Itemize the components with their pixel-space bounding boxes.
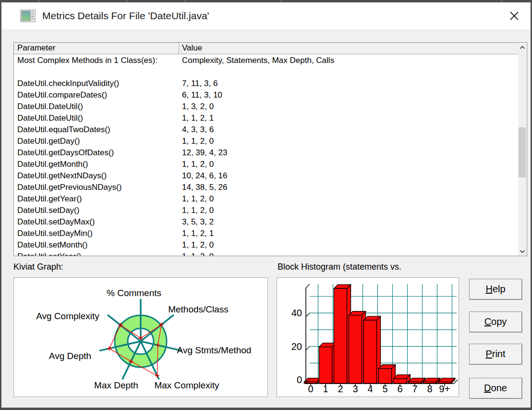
app-icon bbox=[20, 9, 36, 23]
kiviat-radar-chart: % CommentsMethods/ClassAvg Stmts/MethodM… bbox=[14, 278, 267, 397]
table-row: DateUtil.DateUtil()1, 3, 2, 0 bbox=[14, 101, 519, 112]
y-axis-tick-label: 20 bbox=[291, 341, 302, 352]
scroll-up-button[interactable] bbox=[518, 43, 526, 51]
list-header: Parameter Value bbox=[14, 43, 519, 54]
parameter-cell: DateUtil.getNextNDays() bbox=[17, 170, 107, 182]
table-row: DateUtil.equalTwoDates()4, 3, 3, 6 bbox=[14, 124, 519, 136]
value-cell: 1, 1, 2, 0 bbox=[182, 136, 214, 147]
y-axis-tick-label: 0 bbox=[297, 374, 302, 385]
x-axis-tick-label: 5 bbox=[382, 384, 387, 394]
parameter-cell: DateUtil.getYear() bbox=[17, 193, 82, 205]
done-button[interactable]: Done bbox=[469, 378, 522, 398]
scrollbar-thumb[interactable] bbox=[519, 127, 526, 177]
chevron-up-icon bbox=[520, 46, 525, 50]
x-axis-tick-label: 2 bbox=[338, 384, 343, 394]
table-row bbox=[14, 66, 519, 78]
table-row: DateUtil.getDaysOfDates()12, 39, 4, 23 bbox=[14, 147, 519, 159]
parameter-cell: DateUtil.getDaysOfDates() bbox=[17, 147, 114, 159]
help-button[interactable]: Help bbox=[469, 279, 522, 299]
kiviat-graph-label: Kiviat Graph: bbox=[13, 262, 63, 272]
table-row: DateUtil.setDay()1, 1, 2, 0 bbox=[14, 205, 519, 216]
close-icon bbox=[509, 11, 520, 21]
value-cell: 14, 38, 5, 26 bbox=[182, 182, 228, 193]
kiviat-axis-label: Avg Depth bbox=[49, 351, 91, 361]
value-cell: 12, 39, 4, 23 bbox=[182, 147, 228, 159]
metrics-details-dialog: Metrics Details For File 'DateUtil.java'… bbox=[1, 2, 531, 408]
x-axis-tick-label: 8 bbox=[427, 384, 432, 394]
table-row: DateUtil.getPreviousNDays()14, 38, 5, 26 bbox=[14, 182, 519, 193]
table-row: DateUtil.setYear()1, 1, 2, 0 bbox=[14, 251, 519, 256]
value-cell: 6, 11, 3, 10 bbox=[182, 89, 222, 101]
parameter-cell: DateUtil.DateUtil() bbox=[17, 112, 83, 124]
value-cell: 1, 1, 2, 1 bbox=[182, 112, 214, 124]
column-divider[interactable] bbox=[179, 43, 179, 54]
kiviat-axis-label: Max Depth bbox=[94, 380, 138, 390]
vertical-scrollbar[interactable] bbox=[518, 43, 526, 255]
value-cell: 1, 1, 2, 0 bbox=[182, 159, 214, 170]
parameter-cell: DateUtil.DateUtil() bbox=[17, 101, 83, 112]
x-axis-tick-label: 1 bbox=[323, 384, 328, 394]
parameter-cell: DateUtil.setDayMax() bbox=[17, 216, 95, 228]
chevron-down-icon bbox=[520, 249, 525, 253]
x-axis-tick-label: 7 bbox=[412, 384, 417, 394]
table-row: DateUtil.setDayMin()1, 1, 2, 1 bbox=[14, 228, 519, 239]
parameter-cell: DateUtil.getPreviousNDays() bbox=[17, 182, 121, 193]
table-row: DateUtil.getMonth()1, 1, 2, 0 bbox=[14, 159, 519, 170]
y-axis-tick-label: 40 bbox=[291, 308, 302, 318]
table-row: DateUtil.setDayMax()3, 5, 3, 2 bbox=[14, 216, 519, 228]
column-header-parameter: Parameter bbox=[17, 43, 55, 53]
value-cell: 1, 1, 2, 0 bbox=[182, 193, 214, 205]
value-cell: 1, 1, 2, 0 bbox=[182, 205, 214, 216]
parameter-cell: DateUtil.setMonth() bbox=[17, 239, 87, 251]
parameter-cell: DateUtil.compareDates() bbox=[17, 89, 107, 101]
x-axis-tick-label: 4 bbox=[367, 384, 373, 394]
kiviat-panel: % CommentsMethods/ClassAvg Stmts/MethodM… bbox=[13, 277, 268, 397]
kiviat-axis-label: % Comments bbox=[107, 288, 161, 298]
table-row: DateUtil.getYear()1, 1, 2, 0 bbox=[14, 193, 519, 205]
table-row: DateUtil.getDay()1, 1, 2, 0 bbox=[14, 136, 519, 147]
parameter-cell: DateUtil.equalTwoDates() bbox=[17, 124, 110, 136]
parameter-cell: DateUtil.setDay() bbox=[17, 205, 79, 216]
block-histogram-chart: 020400123456789+ bbox=[277, 278, 459, 397]
parameter-cell: DateUtil.setDayMin() bbox=[17, 228, 93, 239]
value-cell: 10, 24, 6, 16 bbox=[182, 170, 228, 182]
close-button[interactable] bbox=[505, 7, 524, 25]
kiviat-axis-label: Avg Stmts/Method bbox=[177, 345, 252, 355]
value-cell: 4, 3, 3, 6 bbox=[182, 124, 214, 136]
value-cell: 1, 3, 2, 0 bbox=[182, 101, 214, 112]
table-row: DateUtil.compareDates()6, 11, 3, 10 bbox=[14, 89, 519, 101]
value-cell: Complexity, Statements, Max Depth, Calls bbox=[182, 55, 334, 66]
table-row: DateUtil.setMonth()1, 1, 2, 0 bbox=[14, 239, 519, 251]
scroll-down-button[interactable] bbox=[518, 247, 526, 255]
value-cell: 1, 1, 2, 1 bbox=[182, 228, 214, 239]
table-row: DateUtil.checkInputValidity()7, 11, 3, 6 bbox=[14, 78, 519, 89]
table-row: Most Complex Methods in 1 Class(es):Comp… bbox=[14, 55, 519, 66]
value-cell: 1, 1, 2, 0 bbox=[182, 251, 214, 256]
window-title: Metrics Details For File 'DateUtil.java' bbox=[42, 2, 209, 29]
kiviat-axis-label: Methods/Class bbox=[168, 304, 229, 314]
x-axis-tick-label: 9+ bbox=[439, 384, 450, 394]
kiviat-axis-label: Avg Complexity bbox=[36, 311, 99, 321]
metrics-list: Parameter Value Most Complex Methods in … bbox=[13, 42, 527, 256]
parameter-cell: DateUtil.getMonth() bbox=[17, 159, 88, 170]
parameter-cell: Most Complex Methods in 1 Class(es): bbox=[17, 55, 157, 66]
parameter-cell: DateUtil.checkInputValidity() bbox=[17, 78, 119, 89]
kiviat-axis-label: Max Complexity bbox=[154, 380, 219, 390]
x-axis-tick-label: 3 bbox=[352, 384, 358, 394]
value-cell: 7, 11, 3, 6 bbox=[182, 78, 218, 89]
value-cell: 1, 1, 2, 0 bbox=[182, 239, 214, 251]
value-cell: 3, 5, 3, 2 bbox=[182, 216, 214, 228]
histogram-panel: 020400123456789+ bbox=[277, 277, 459, 397]
x-axis-tick-label: 6 bbox=[397, 384, 402, 394]
parameter-cell: DateUtil.setYear() bbox=[17, 251, 82, 256]
histogram-label: Block Histogram (statements vs. bbox=[278, 262, 401, 272]
copy-button[interactable]: Copy bbox=[469, 311, 522, 332]
title-bar: Metrics Details For File 'DateUtil.java' bbox=[1, 2, 531, 29]
table-row: DateUtil.DateUtil()1, 1, 2, 1 bbox=[14, 112, 519, 124]
column-header-value: Value bbox=[182, 43, 202, 53]
print-button[interactable]: Print bbox=[469, 344, 522, 364]
x-axis-tick-label: 0 bbox=[308, 384, 313, 394]
desktop-background: Metrics Details For File 'DateUtil.java'… bbox=[0, 0, 532, 410]
table-row: DateUtil.getNextNDays()10, 24, 6, 16 bbox=[14, 170, 519, 182]
list-rows: Most Complex Methods in 1 Class(es):Comp… bbox=[14, 55, 519, 256]
